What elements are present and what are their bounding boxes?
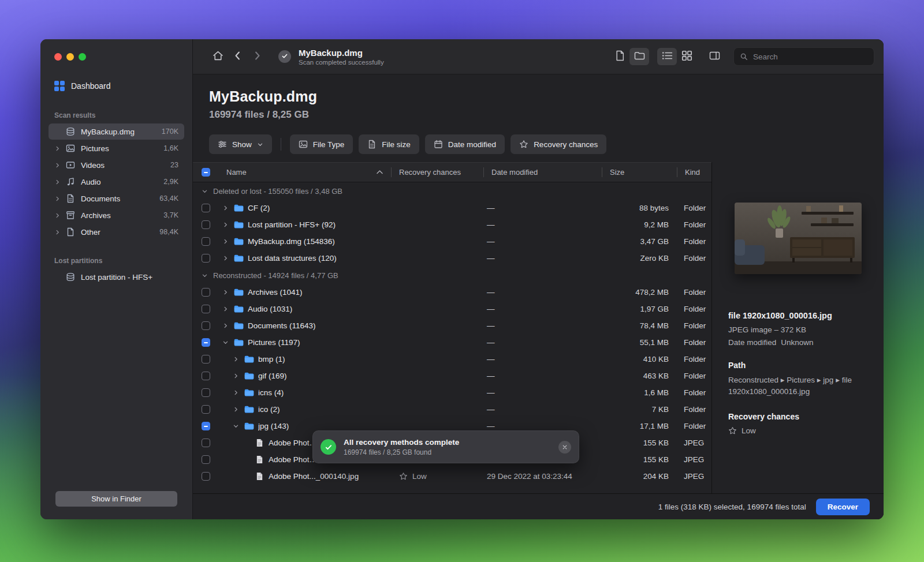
table-row[interactable]: Documents (11643) — 78,4 MB Folder	[193, 317, 711, 334]
search-input[interactable]	[752, 52, 868, 62]
table-row[interactable]: Adobe Phot..._000140.jpg Low 29 Dec 2022…	[193, 468, 711, 485]
row-checkbox[interactable]	[202, 237, 210, 246]
sidebar-item-videos[interactable]: Videos 23	[49, 157, 184, 173]
row-checkbox[interactable]	[202, 472, 210, 481]
sidebar-item-lost-partition-hfs[interactable]: Lost partition - HFS+	[49, 269, 184, 285]
list-view-button[interactable]	[657, 48, 677, 65]
folder-view-button[interactable]	[629, 48, 649, 65]
column-header-kind[interactable]: Kind	[677, 163, 711, 182]
row-checkbox[interactable]	[202, 439, 210, 447]
disclosure-chevron-icon[interactable]	[222, 339, 230, 346]
filter-file-size-button[interactable]: File size	[359, 134, 419, 154]
sidebar-item-other[interactable]: Other 98,4K	[49, 224, 184, 240]
back-button[interactable]	[228, 48, 247, 65]
toast-close-button[interactable]	[558, 441, 571, 454]
row-checkbox[interactable]	[202, 422, 210, 430]
table-row[interactable]: ico (2) — 7 KB Folder	[193, 401, 711, 418]
sidebar-item-mybackup-dmg[interactable]: MyBackup.dmg 170K	[49, 123, 184, 140]
row-size: 3,47 GB	[602, 237, 677, 246]
column-header-size[interactable]: Size	[602, 163, 677, 182]
sidebar-item-audio[interactable]: Audio 2,9K	[49, 174, 184, 190]
chevron-right-icon[interactable]	[54, 212, 62, 219]
chevron-down-icon[interactable]	[202, 272, 208, 279]
preview-pane-button[interactable]	[610, 48, 629, 65]
chevron-right-icon[interactable]	[54, 162, 62, 168]
chevron-down-icon[interactable]	[202, 188, 208, 194]
column-header-name[interactable]: Name	[218, 163, 391, 182]
filter-recovery-chances-button[interactable]: Recovery chances	[511, 134, 606, 154]
table-row[interactable]: icns (4) — 1,6 MB Folder	[193, 384, 711, 401]
close-window-button[interactable]	[54, 53, 62, 61]
forward-button[interactable]	[247, 48, 267, 65]
table-row[interactable]: gif (169) — 463 KB Folder	[193, 368, 711, 384]
search-field[interactable]	[733, 47, 874, 66]
row-size: 9,2 MB	[602, 220, 677, 229]
window-subtitle: Scan completed successfully	[299, 59, 384, 66]
table-row[interactable]: MyBackup.dmg (154836) — 3,47 GB Folder	[193, 233, 711, 250]
row-checkbox[interactable]	[202, 405, 210, 414]
disclosure-chevron-icon[interactable]	[222, 222, 230, 228]
row-checkbox[interactable]	[202, 288, 210, 297]
row-checkbox[interactable]	[202, 372, 210, 380]
table-group-row[interactable]: Reconstructed - 14924 files / 4,77 GB	[193, 267, 711, 284]
zoom-window-button[interactable]	[79, 53, 86, 61]
row-checkbox[interactable]	[202, 355, 210, 364]
toggle-sidebar-panel-button[interactable]	[705, 48, 724, 65]
row-date: —	[483, 405, 602, 414]
sidebar-item-archives[interactable]: Archives 3,7K	[49, 207, 184, 223]
row-date: —	[483, 305, 602, 313]
row-kind: Folder	[677, 254, 711, 263]
chevron-right-icon[interactable]	[54, 229, 62, 235]
image-icon	[299, 140, 308, 149]
select-all-checkbox[interactable]	[202, 168, 210, 177]
row-checkbox[interactable]	[202, 455, 210, 464]
column-header-date[interactable]: Date modified	[483, 163, 602, 182]
grid-view-button[interactable]	[677, 48, 696, 65]
show-filter-button[interactable]: Show	[209, 134, 272, 154]
chevron-right-icon[interactable]	[54, 196, 62, 202]
scan-results-header: Scan results	[54, 111, 192, 119]
row-name: Lost partition - HFS+ (92)	[248, 220, 336, 229]
sidebar-item-pictures[interactable]: Pictures 1,6K	[49, 140, 184, 156]
table-row[interactable]: bmp (1) — 410 KB Folder	[193, 351, 711, 368]
minimize-window-button[interactable]	[66, 53, 74, 61]
filter-date-modified-button[interactable]: Date modified	[425, 134, 505, 154]
recover-button[interactable]: Recover	[816, 499, 870, 515]
disclosure-chevron-icon[interactable]	[233, 373, 240, 379]
disclosure-chevron-icon[interactable]	[222, 255, 230, 261]
sidebar-item-documents[interactable]: Documents 63,4K	[49, 190, 184, 207]
row-checkbox[interactable]	[202, 204, 210, 212]
chevron-right-icon[interactable]	[54, 145, 62, 152]
filter-file-type-button[interactable]: File Type	[290, 134, 353, 154]
disclosure-chevron-icon[interactable]	[233, 406, 240, 413]
table-row[interactable]: Pictures (1197) — 55,1 MB Folder	[193, 334, 711, 351]
home-button[interactable]	[208, 48, 228, 65]
table-row[interactable]: Lost data structures (120) — Zero KB Fol…	[193, 250, 711, 267]
show-in-finder-button[interactable]: Show in Finder	[55, 491, 177, 507]
table-row[interactable]: Lost partition - HFS+ (92) — 9,2 MB Fold…	[193, 216, 711, 233]
table-row[interactable]: Audio (1031) — 1,97 GB Folder	[193, 301, 711, 317]
disclosure-chevron-icon[interactable]	[222, 323, 230, 329]
disclosure-chevron-icon[interactable]	[222, 289, 230, 295]
row-checkbox[interactable]	[202, 254, 210, 263]
preview-thumbnail[interactable]	[735, 203, 862, 274]
disclosure-chevron-icon[interactable]	[233, 423, 240, 429]
row-date: —	[483, 422, 602, 430]
row-checkbox[interactable]	[202, 305, 210, 313]
row-checkbox[interactable]	[202, 321, 210, 330]
table-row[interactable]: CF (2) — 88 bytes Folder	[193, 200, 711, 216]
row-checkbox[interactable]	[202, 388, 210, 397]
disclosure-chevron-icon[interactable]	[222, 238, 230, 245]
row-checkbox[interactable]	[202, 338, 210, 347]
table-row[interactable]: Archives (1041) — 478,2 MB Folder	[193, 284, 711, 301]
row-checkbox[interactable]	[202, 220, 210, 229]
disclosure-chevron-icon[interactable]	[233, 356, 240, 362]
disclosure-chevron-icon[interactable]	[222, 205, 230, 211]
disclosure-chevron-icon[interactable]	[222, 306, 230, 312]
chevron-right-icon[interactable]	[54, 179, 62, 185]
table-group-row[interactable]: Deleted or lost - 155050 files / 3,48 GB	[193, 182, 711, 200]
disclosure-chevron-icon[interactable]	[233, 389, 240, 396]
sidebar-item-count: 2,9K	[163, 178, 178, 186]
sidebar-item-dashboard[interactable]: Dashboard	[49, 77, 184, 95]
column-header-recovery[interactable]: Recovery chances	[391, 163, 483, 182]
